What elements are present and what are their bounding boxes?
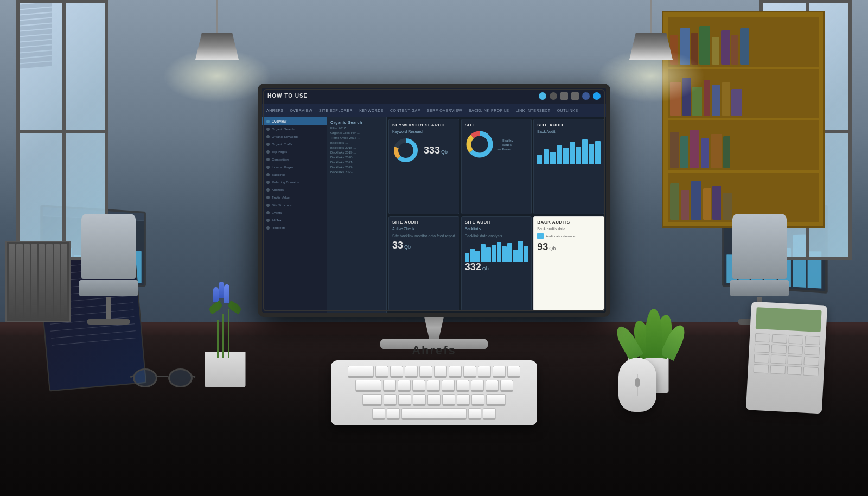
nav-item-site-explorer[interactable]: Site Explorer <box>319 109 353 112</box>
key-n[interactable] <box>457 394 470 406</box>
key-t[interactable] <box>434 366 447 378</box>
nav-item-overview[interactable]: Overview <box>290 109 312 112</box>
card-5-metric: 332 Qb <box>465 262 528 273</box>
sidebar-item-referring[interactable]: Referring Domains <box>262 179 327 186</box>
calc-btn[interactable] <box>770 354 786 364</box>
key-shift[interactable] <box>362 394 382 406</box>
key-shift-r[interactable] <box>486 394 506 406</box>
sidebar-item-overview[interactable]: Overview <box>262 117 327 125</box>
sidebar-item-structure[interactable]: Site Structure <box>262 201 327 209</box>
keyboard-row-4 <box>336 408 532 420</box>
nav-icon-facebook[interactable] <box>582 92 590 100</box>
key-z[interactable] <box>384 394 397 406</box>
col-mid-item-1[interactable]: Filter 2017 <box>330 126 383 130</box>
key-m[interactable] <box>471 394 484 406</box>
sidebar-item-organic[interactable]: Organic Search <box>262 125 327 133</box>
sidebar-item-alt[interactable]: Alt Text <box>262 217 327 224</box>
col-mid-item-2[interactable]: Organic Click-Per-... <box>330 131 383 135</box>
calc-btn[interactable] <box>753 364 769 373</box>
key-d[interactable] <box>412 380 425 392</box>
calc-btn[interactable] <box>770 365 786 374</box>
sidebar-item-competitors[interactable]: Competitors <box>262 156 327 163</box>
key-v[interactable] <box>427 394 441 406</box>
key-q[interactable] <box>375 366 388 378</box>
key-u[interactable] <box>463 366 476 378</box>
key-j[interactable] <box>471 380 484 392</box>
calc-btn[interactable] <box>803 367 819 376</box>
nav-item-link-intersect[interactable]: Link Intersect <box>515 109 550 112</box>
sidebar-item-keywords[interactable]: Organic Keywords <box>262 133 327 141</box>
mouse[interactable] <box>618 358 656 412</box>
key-alt[interactable] <box>387 408 400 420</box>
calc-btn[interactable] <box>805 336 821 345</box>
nav-icon-settings[interactable] <box>550 92 557 100</box>
key-tab[interactable] <box>348 366 374 378</box>
calc-btn[interactable] <box>755 333 770 342</box>
sidebar-dot-ix <box>266 166 270 169</box>
key-a[interactable] <box>383 380 396 392</box>
calc-btn[interactable] <box>805 346 820 355</box>
key-alt-r[interactable] <box>468 408 481 420</box>
key-x[interactable] <box>398 394 411 406</box>
nav-icon-share[interactable] <box>560 92 568 100</box>
sidebar-item-indexed[interactable]: Indexed Pages <box>262 163 327 171</box>
nav-icon-search[interactable] <box>539 92 546 100</box>
calc-btn[interactable] <box>754 354 769 363</box>
key-o[interactable] <box>493 366 506 378</box>
col-mid-item-8[interactable]: Backlinks 2021-... <box>330 161 383 164</box>
key-c[interactable] <box>413 394 426 406</box>
calc-btn[interactable] <box>787 366 802 375</box>
nav-item-outlinks[interactable]: Outlinks <box>557 109 578 112</box>
sidebar-item-traffic-val[interactable]: Traffic Value <box>262 194 327 201</box>
calc-btn[interactable] <box>771 345 787 354</box>
calc-btn[interactable] <box>804 357 820 366</box>
col-mid-item-6[interactable]: Backlinks 2019-... <box>330 151 383 154</box>
nav-item-serp[interactable]: SERP Overview <box>427 109 462 112</box>
col-mid-item-7[interactable]: Backlinks 2020-... <box>330 156 383 159</box>
key-p[interactable] <box>507 366 520 378</box>
nav-item-ahrefs[interactable]: Ahrefs <box>266 109 283 112</box>
key-r[interactable] <box>419 366 432 378</box>
calc-btn[interactable] <box>787 355 803 365</box>
sidebar-item-traffic[interactable]: Organic Traffic <box>262 141 327 148</box>
sidebar-item-backlinks[interactable]: Backlinks <box>262 171 327 179</box>
nav-item-content-gap[interactable]: Content Gap <box>390 109 420 112</box>
key-k[interactable] <box>486 380 499 392</box>
keyboard[interactable] <box>331 360 537 425</box>
calc-btn[interactable] <box>788 335 804 344</box>
sidebar-item-pages[interactable]: Top Pages <box>262 148 327 156</box>
key-space[interactable] <box>401 408 467 420</box>
flower <box>219 282 224 298</box>
key-y[interactable] <box>449 366 462 378</box>
sidebar-item-anchors[interactable]: Anchors <box>262 186 327 194</box>
sidebar-item-events[interactable]: Events <box>262 209 327 217</box>
card-5-desc: Backlink data analysis <box>465 234 528 238</box>
calc-btn[interactable] <box>788 345 803 354</box>
nav-icon-link[interactable] <box>571 92 579 100</box>
key-ctrl-r[interactable] <box>483 408 496 420</box>
key-l[interactable] <box>500 380 513 392</box>
key-h[interactable] <box>456 380 469 392</box>
calc-btn[interactable] <box>771 334 787 344</box>
key-ctrl[interactable] <box>372 408 385 420</box>
col-mid-item-5[interactable]: Backlinks 2018-... <box>330 146 383 149</box>
col-mid-item-9[interactable]: Backlinks 2022-... <box>330 166 383 169</box>
nav-icon-twitter[interactable] <box>593 92 601 100</box>
calc-btn[interactable] <box>754 344 770 353</box>
col-mid-item-4[interactable]: Backlinks-... <box>330 141 383 144</box>
nav-item-keywords[interactable]: Keywords <box>359 109 384 112</box>
screen-content: HOW TO USE Ahrefs Overview Site Explorer <box>262 88 606 313</box>
nav-item-backlinks[interactable]: Backlink Profile <box>469 109 509 112</box>
key-e[interactable] <box>405 366 418 378</box>
col-mid-item-10[interactable]: Backlinks 2023-... <box>330 170 383 174</box>
mouse-scroll-wheel[interactable] <box>635 378 640 387</box>
key-b[interactable] <box>442 394 455 406</box>
key-s[interactable] <box>398 380 411 392</box>
sidebar-item-redirects[interactable]: Redirects <box>262 224 327 232</box>
key-f[interactable] <box>427 380 440 392</box>
col-mid-item-3[interactable]: Traffic Cycle 2016-... <box>330 136 383 139</box>
key-caps[interactable] <box>355 380 381 392</box>
key-i[interactable] <box>478 366 491 378</box>
key-w[interactable] <box>390 366 403 378</box>
key-g[interactable] <box>442 380 455 392</box>
